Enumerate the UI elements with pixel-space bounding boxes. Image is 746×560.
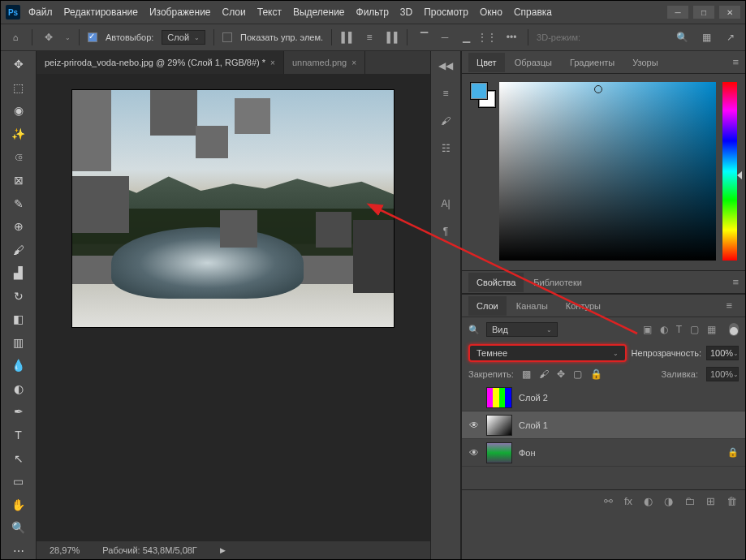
tab-paths[interactable]: Контуры	[558, 296, 609, 316]
brush-tool[interactable]: 🖌	[7, 241, 30, 258]
lock-transparency-icon[interactable]: ▩	[522, 368, 531, 380]
gradient-tool[interactable]: ▥	[7, 334, 30, 351]
blend-mode-dropdown[interactable]: Темнее⌄	[468, 344, 627, 362]
layer-filter-dropdown[interactable]: Вид⌄	[486, 322, 558, 337]
layer-row[interactable]: Слой 2	[462, 384, 745, 411]
layer-row[interactable]: 👁 Фон 🔒	[462, 439, 745, 467]
expand-panels-icon[interactable]: ◀◀	[438, 58, 454, 74]
path-selection-tool[interactable]: ↖	[7, 450, 30, 467]
menu-view[interactable]: Просмотр	[424, 6, 468, 18]
layer-thumbnail[interactable]	[486, 415, 512, 436]
menu-file[interactable]: Файл	[28, 6, 53, 18]
lock-pixels-icon[interactable]: 🖌	[539, 368, 549, 380]
document-info[interactable]: Рабочий: 543,8M/5,08Г	[102, 545, 197, 555]
layer-row[interactable]: 👁 Слой 1	[462, 411, 745, 439]
adjustment-layer-icon[interactable]: ◑	[664, 495, 673, 507]
menu-window[interactable]: Окно	[480, 6, 502, 18]
menu-edit[interactable]: Редактирование	[64, 6, 138, 18]
lock-all-icon[interactable]: 🔒	[590, 368, 602, 380]
panel-menu-icon[interactable]: ≡	[732, 56, 739, 68]
filter-adjustment-icon[interactable]: ◐	[660, 324, 668, 335]
brushes-panel-icon[interactable]: 🖌	[438, 113, 454, 129]
align-left-icon[interactable]: ▌▌	[340, 29, 356, 45]
menu-text[interactable]: Текст	[257, 6, 282, 18]
type-tool[interactable]: T	[7, 427, 30, 444]
new-layer-icon[interactable]: ⊞	[706, 495, 715, 507]
visibility-toggle[interactable]: 👁	[468, 447, 480, 459]
dodge-tool[interactable]: ◐	[7, 381, 30, 398]
zoom-level[interactable]: 28,97%	[50, 545, 80, 555]
healing-brush-tool[interactable]: ⊕	[7, 218, 30, 235]
layer-name[interactable]: Слой 2	[519, 393, 548, 403]
tab-properties[interactable]: Свойства	[468, 273, 524, 292]
tab-patterns[interactable]: Узоры	[624, 53, 666, 72]
history-brush-tool[interactable]: ↻	[7, 287, 30, 304]
tab-libraries[interactable]: Библиотеки	[525, 273, 590, 292]
distribute-icon[interactable]: ⋮⋮	[479, 29, 495, 45]
eyedropper-tool[interactable]: ✎	[7, 195, 30, 212]
move-tool[interactable]: ✥	[7, 56, 30, 73]
history-panel-icon[interactable]: ≡	[438, 85, 454, 101]
home-icon[interactable]: ⌂	[7, 29, 24, 45]
align-right-icon[interactable]: ▐▐	[382, 29, 399, 45]
menu-help[interactable]: Справка	[514, 6, 552, 18]
tab-layers[interactable]: Слои	[468, 296, 507, 316]
menu-3d[interactable]: 3D	[400, 6, 412, 18]
marquee-tool[interactable]: ⬚	[7, 80, 30, 97]
color-picker-field[interactable]	[499, 82, 716, 261]
workspace-icon[interactable]: ▦	[698, 29, 714, 45]
visibility-toggle[interactable]: 👁	[468, 420, 480, 431]
document-tab-active[interactable]: peiz-priroda_voda-nebo.jpg @ 29% (Слой 1…	[37, 51, 284, 74]
show-transform-checkbox[interactable]	[222, 32, 232, 42]
group-icon[interactable]: 🗀	[684, 495, 695, 507]
menu-filter[interactable]: Фильтр	[356, 6, 389, 18]
layer-name[interactable]: Слой 1	[519, 420, 548, 430]
search-icon[interactable]: 🔍	[674, 29, 690, 45]
filter-shape-icon[interactable]: ▢	[690, 324, 699, 335]
align-center-h-icon[interactable]: ≡	[361, 29, 377, 45]
magic-wand-tool[interactable]: ✨	[7, 126, 30, 143]
filter-type-icon[interactable]: T	[676, 324, 682, 335]
close-icon[interactable]: ×	[351, 58, 356, 67]
filter-smartobj-icon[interactable]: ▦	[707, 324, 716, 335]
lock-artboard-icon[interactable]: ▢	[573, 368, 582, 380]
canvas[interactable]	[37, 74, 430, 541]
hue-slider[interactable]	[722, 82, 737, 261]
tool-preset-dropdown[interactable]: ⌄	[65, 34, 71, 41]
paragraph-panel-icon[interactable]: ¶	[438, 223, 454, 239]
menu-layers[interactable]: Слои	[222, 6, 246, 18]
lasso-tool[interactable]: ◉	[7, 102, 30, 119]
character-panel-icon[interactable]: A|	[438, 196, 454, 212]
filter-toggle[interactable]	[729, 323, 739, 336]
tab-color[interactable]: Цвет	[468, 53, 505, 72]
hand-tool[interactable]: ✋	[7, 496, 30, 513]
maximize-button[interactable]: □	[693, 6, 714, 19]
autoselect-target-dropdown[interactable]: Слой⌄	[162, 30, 205, 45]
opacity-input[interactable]: 100%⌄	[706, 346, 739, 360]
hue-handle[interactable]	[737, 171, 742, 179]
frame-tool[interactable]: ⊠	[7, 172, 30, 189]
fill-input[interactable]: 100%⌄	[706, 367, 739, 381]
zoom-tool[interactable]: 🔍	[7, 519, 30, 536]
rectangle-tool[interactable]: ▭	[7, 473, 30, 490]
layer-thumbnail[interactable]	[486, 442, 512, 463]
eraser-tool[interactable]: ◧	[7, 311, 30, 328]
align-top-icon[interactable]: ▔	[416, 29, 432, 45]
document-image[interactable]	[72, 90, 394, 327]
tab-channels[interactable]: Каналы	[508, 296, 556, 316]
filter-pixel-icon[interactable]: ▣	[643, 324, 652, 335]
layer-mask-icon[interactable]: ◐	[644, 495, 653, 507]
blur-tool[interactable]: 💧	[7, 357, 30, 374]
tab-swatches[interactable]: Образцы	[507, 53, 560, 72]
layer-name[interactable]: Фон	[519, 448, 536, 458]
link-layers-icon[interactable]: ⚯	[604, 495, 613, 507]
foreground-color[interactable]	[470, 82, 488, 100]
clone-stamp-tool[interactable]: ▟	[7, 265, 30, 282]
align-bottom-icon[interactable]: ▁	[458, 29, 474, 45]
menu-image[interactable]: Изображение	[149, 6, 211, 18]
document-tab-inactive[interactable]: unnamed.png×	[284, 51, 365, 74]
tab-gradients[interactable]: Градиенты	[562, 53, 623, 72]
more-options-icon[interactable]: •••	[503, 29, 520, 45]
share-icon[interactable]: ↗	[722, 29, 739, 45]
close-icon[interactable]: ×	[270, 58, 275, 67]
